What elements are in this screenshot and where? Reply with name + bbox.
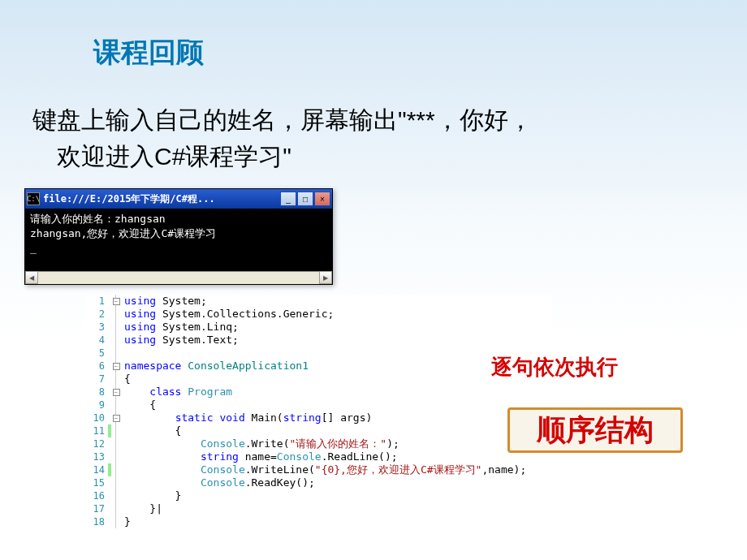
fold-icon[interactable]: −: [113, 298, 120, 305]
console-output: 请输入你的姓名：zhangsan zhangsan,您好，欢迎进入C#课程学习 …: [25, 209, 332, 271]
code-line-11: 11 {: [85, 424, 552, 437]
slide-subtitle: 键盘上输入自己的姓名，屏幕输出"***，你好， 欢迎进入C#课程学习": [32, 101, 715, 174]
console-line-2: zhangsan,您好，欢迎进入C#课程学习: [30, 227, 216, 239]
code-line-7: 7{: [85, 373, 552, 386]
fold-icon[interactable]: −: [113, 389, 120, 396]
console-icon: C:\: [27, 192, 40, 205]
code-line-18: 18}: [85, 515, 552, 528]
code-line-4: 4using System.Text;: [85, 334, 552, 347]
console-window: C:\ file:///E:/2015年下学期/C#程... _ □ × 请输入…: [24, 188, 333, 285]
fold-icon[interactable]: −: [113, 363, 120, 370]
console-line-1: 请输入你的姓名：zhangsan: [30, 213, 166, 225]
fold-icon[interactable]: −: [113, 415, 120, 422]
code-line-16: 16 }: [85, 489, 552, 502]
code-line-3: 3using System.Linq;: [85, 321, 552, 334]
code-line-13: 13 string name=Console.ReadLine();: [85, 450, 552, 463]
code-line-1: 1−using System;: [85, 295, 552, 308]
code-line-14: 14 Console.WriteLine("{0},您好，欢迎进入C#课程学习"…: [85, 463, 552, 476]
console-title-text: file:///E:/2015年下学期/C#程...: [43, 192, 280, 206]
minimize-button[interactable]: _: [280, 192, 296, 206]
subtitle-line2: 欢迎进入C#课程学习": [32, 138, 715, 174]
slide-title: 课程回顾: [93, 34, 204, 71]
code-line-17: 17 }|: [85, 502, 552, 515]
scroll-left-button[interactable]: ◀: [25, 271, 38, 284]
horizontal-scrollbar[interactable]: ◀ ▶: [25, 271, 332, 284]
code-editor: 1−using System; 2using System.Collection…: [85, 295, 552, 528]
maximize-button[interactable]: □: [297, 192, 313, 206]
structure-badge: 顺序结构: [507, 407, 683, 453]
code-line-15: 15 Console.ReadKey();: [85, 476, 552, 489]
inline-label: 逐句依次执行: [491, 353, 618, 381]
code-line-9: 9 {: [85, 398, 552, 411]
scroll-right-button[interactable]: ▶: [319, 271, 332, 284]
subtitle-line1: 键盘上输入自己的姓名，屏幕输出"***，你好，: [32, 101, 715, 138]
code-line-10: 10− static void Main(string[] args): [85, 411, 552, 424]
code-line-5: 5: [85, 347, 552, 360]
console-titlebar[interactable]: C:\ file:///E:/2015年下学期/C#程... _ □ ×: [25, 189, 332, 209]
code-line-12: 12 Console.Write("请输入你的姓名：");: [85, 437, 552, 450]
code-line-6: 6−namespace ConsoleApplication1: [85, 360, 552, 373]
close-button[interactable]: ×: [314, 192, 330, 206]
code-line-2: 2using System.Collections.Generic;: [85, 308, 552, 321]
code-line-8: 8− class Program: [85, 386, 552, 398]
